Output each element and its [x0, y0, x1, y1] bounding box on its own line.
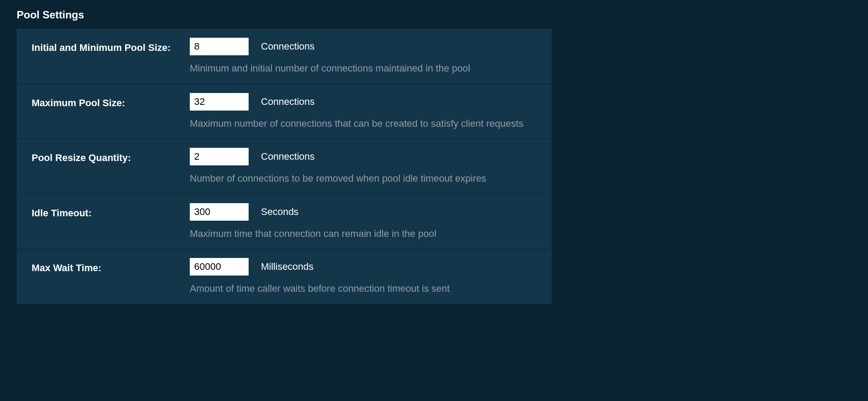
input-line: Connections	[190, 148, 552, 165]
label-col: Maximum Pool Size:	[32, 93, 190, 130]
max-pool-size-input[interactable]	[190, 93, 249, 111]
max-pool-size-description: Maximum number of connections that can b…	[190, 118, 552, 130]
value-col: Milliseconds Amount of time caller waits…	[190, 258, 552, 295]
section-title: Pool Settings	[17, 9, 851, 21]
label-col: Pool Resize Quantity:	[32, 148, 190, 185]
pool-settings-container: Initial and Minimum Pool Size: Connectio…	[17, 29, 552, 304]
max-wait-time-description: Amount of time caller waits before conne…	[190, 283, 552, 295]
setting-row-initial-pool-size: Initial and Minimum Pool Size: Connectio…	[17, 29, 552, 84]
max-pool-size-label: Maximum Pool Size:	[32, 97, 125, 108]
max-wait-time-label: Max Wait Time:	[32, 262, 101, 273]
idle-timeout-unit: Seconds	[261, 206, 299, 218]
idle-timeout-label: Idle Timeout:	[32, 208, 92, 218]
label-col: Max Wait Time:	[32, 258, 190, 295]
initial-pool-size-description: Minimum and initial number of connection…	[190, 62, 552, 75]
initial-pool-size-label: Initial and Minimum Pool Size:	[32, 42, 171, 53]
pool-resize-quantity-label: Pool Resize Quantity:	[32, 152, 131, 163]
value-col: Connections Maximum number of connection…	[190, 93, 552, 130]
max-wait-time-input[interactable]	[190, 258, 249, 276]
input-line: Seconds	[190, 203, 552, 221]
initial-pool-size-input[interactable]	[190, 38, 249, 55]
setting-row-max-wait-time: Max Wait Time: Milliseconds Amount of ti…	[17, 249, 552, 304]
setting-row-pool-resize-quantity: Pool Resize Quantity: Connections Number…	[17, 139, 552, 194]
setting-row-idle-timeout: Idle Timeout: Seconds Maximum time that …	[17, 194, 552, 250]
max-pool-size-unit: Connections	[261, 96, 315, 107]
setting-row-max-pool-size: Maximum Pool Size: Connections Maximum n…	[17, 84, 552, 140]
value-col: Connections Minimum and initial number o…	[190, 38, 552, 75]
idle-timeout-description: Maximum time that connection can remain …	[190, 228, 552, 240]
pool-resize-quantity-description: Number of connections to be removed when…	[190, 172, 552, 185]
input-line: Milliseconds	[190, 258, 552, 276]
label-col: Idle Timeout:	[32, 203, 190, 240]
initial-pool-size-unit: Connections	[261, 41, 315, 52]
value-col: Seconds Maximum time that connection can…	[190, 203, 552, 240]
label-col: Initial and Minimum Pool Size:	[32, 38, 190, 75]
input-line: Connections	[190, 93, 552, 111]
value-col: Connections Number of connections to be …	[190, 148, 552, 185]
idle-timeout-input[interactable]	[190, 203, 249, 221]
input-line: Connections	[190, 38, 552, 55]
pool-resize-quantity-input[interactable]	[190, 148, 249, 165]
pool-resize-quantity-unit: Connections	[261, 151, 315, 162]
max-wait-time-unit: Milliseconds	[261, 261, 314, 272]
